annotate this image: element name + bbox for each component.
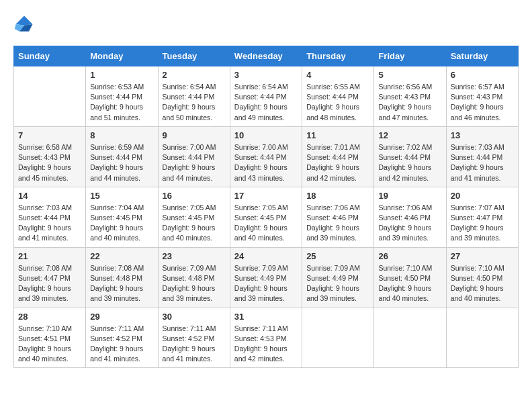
logo: [13, 13, 38, 35]
day-info: Sunrise: 7:08 AMSunset: 4:48 PMDaylight:…: [90, 263, 153, 304]
calendar-day-cell: 24Sunrise: 7:09 AMSunset: 4:49 PMDayligh…: [230, 247, 302, 308]
day-number: 3: [234, 70, 298, 80]
calendar-day-cell: 13Sunrise: 7:03 AMSunset: 4:44 PMDayligh…: [446, 126, 518, 187]
calendar-day-cell: 2Sunrise: 6:54 AMSunset: 4:44 PMDaylight…: [158, 66, 230, 127]
calendar-day-cell: 25Sunrise: 7:09 AMSunset: 4:49 PMDayligh…: [302, 247, 374, 308]
day-info: Sunrise: 7:00 AMSunset: 4:44 PMDaylight:…: [163, 142, 226, 183]
calendar-day-cell: 15Sunrise: 7:04 AMSunset: 4:45 PMDayligh…: [86, 187, 158, 247]
calendar-header: SundayMondayTuesdayWednesdayThursdayFrid…: [14, 46, 519, 66]
day-number: 11: [306, 130, 369, 140]
calendar-day-cell: 27Sunrise: 7:10 AMSunset: 4:50 PMDayligh…: [446, 247, 518, 308]
day-number: 5: [378, 70, 441, 80]
day-info: Sunrise: 6:59 AMSunset: 4:44 PMDaylight:…: [90, 142, 153, 183]
calendar-day-cell: [374, 308, 446, 368]
header-row: SundayMondayTuesdayWednesdayThursdayFrid…: [14, 46, 519, 66]
calendar-day-cell: 31Sunrise: 7:11 AMSunset: 4:53 PMDayligh…: [230, 308, 302, 368]
day-info: Sunrise: 7:11 AMSunset: 4:52 PMDaylight:…: [90, 324, 153, 365]
calendar-weekday-sunday: Sunday: [14, 46, 86, 66]
calendar-week-row: 7Sunrise: 6:58 AMSunset: 4:43 PMDaylight…: [14, 126, 519, 187]
calendar-day-cell: 7Sunrise: 6:58 AMSunset: 4:43 PMDaylight…: [14, 126, 86, 187]
calendar-weekday-saturday: Saturday: [446, 46, 518, 66]
calendar-weekday-tuesday: Tuesday: [158, 46, 230, 66]
day-number: 20: [451, 191, 514, 201]
day-info: Sunrise: 6:56 AMSunset: 4:43 PMDaylight:…: [378, 82, 441, 123]
day-info: Sunrise: 7:09 AMSunset: 4:49 PMDaylight:…: [306, 263, 369, 304]
day-number: 13: [451, 130, 514, 140]
day-info: Sunrise: 7:07 AMSunset: 4:47 PMDaylight:…: [451, 203, 514, 244]
day-number: 8: [90, 130, 153, 140]
calendar-day-cell: 29Sunrise: 7:11 AMSunset: 4:52 PMDayligh…: [86, 308, 158, 368]
day-number: 18: [306, 191, 369, 201]
day-info: Sunrise: 7:04 AMSunset: 4:45 PMDaylight:…: [90, 203, 153, 244]
calendar-day-cell: 28Sunrise: 7:10 AMSunset: 4:51 PMDayligh…: [14, 308, 86, 368]
calendar-day-cell: 8Sunrise: 6:59 AMSunset: 4:44 PMDaylight…: [86, 126, 158, 187]
day-info: Sunrise: 7:09 AMSunset: 4:48 PMDaylight:…: [163, 263, 226, 304]
day-number: 7: [18, 130, 81, 140]
day-number: 17: [234, 191, 298, 201]
calendar-week-row: 28Sunrise: 7:10 AMSunset: 4:51 PMDayligh…: [14, 308, 519, 368]
calendar-day-cell: [14, 66, 86, 127]
day-number: 21: [18, 251, 81, 261]
day-info: Sunrise: 7:08 AMSunset: 4:47 PMDaylight:…: [18, 263, 81, 304]
day-number: 27: [451, 251, 514, 261]
day-number: 1: [90, 70, 153, 80]
calendar-day-cell: 18Sunrise: 7:06 AMSunset: 4:46 PMDayligh…: [302, 187, 374, 247]
calendar-day-cell: 17Sunrise: 7:05 AMSunset: 4:45 PMDayligh…: [230, 187, 302, 247]
day-number: 25: [306, 251, 369, 261]
calendar-day-cell: 21Sunrise: 7:08 AMSunset: 4:47 PMDayligh…: [14, 247, 86, 308]
day-info: Sunrise: 7:11 AMSunset: 4:53 PMDaylight:…: [234, 324, 298, 365]
day-number: 2: [163, 70, 226, 80]
calendar-day-cell: [302, 308, 374, 368]
day-number: 10: [234, 130, 298, 140]
calendar-day-cell: 12Sunrise: 7:02 AMSunset: 4:44 PMDayligh…: [374, 126, 446, 187]
calendar-day-cell: 22Sunrise: 7:08 AMSunset: 4:48 PMDayligh…: [86, 247, 158, 308]
day-number: 16: [163, 191, 226, 201]
calendar-day-cell: 5Sunrise: 6:56 AMSunset: 4:43 PMDaylight…: [374, 66, 446, 127]
day-info: Sunrise: 7:05 AMSunset: 4:45 PMDaylight:…: [163, 203, 226, 244]
calendar-week-row: 1Sunrise: 6:53 AMSunset: 4:44 PMDaylight…: [14, 66, 519, 127]
day-number: 19: [378, 191, 441, 201]
day-info: Sunrise: 7:06 AMSunset: 4:46 PMDaylight:…: [378, 203, 441, 244]
calendar-weekday-monday: Monday: [86, 46, 158, 66]
day-number: 26: [378, 251, 441, 261]
calendar-day-cell: [446, 308, 518, 368]
svg-marker-0: [16, 16, 33, 26]
calendar-day-cell: 6Sunrise: 6:57 AMSunset: 4:43 PMDaylight…: [446, 66, 518, 127]
calendar-week-row: 21Sunrise: 7:08 AMSunset: 4:47 PMDayligh…: [14, 247, 519, 308]
day-info: Sunrise: 6:58 AMSunset: 4:43 PMDaylight:…: [18, 142, 81, 183]
day-number: 29: [90, 312, 153, 322]
day-number: 15: [90, 191, 153, 201]
calendar-day-cell: 4Sunrise: 6:55 AMSunset: 4:44 PMDaylight…: [302, 66, 374, 127]
calendar-day-cell: 11Sunrise: 7:01 AMSunset: 4:44 PMDayligh…: [302, 126, 374, 187]
calendar-day-cell: 9Sunrise: 7:00 AMSunset: 4:44 PMDaylight…: [158, 126, 230, 187]
day-info: Sunrise: 6:57 AMSunset: 4:43 PMDaylight:…: [451, 82, 514, 123]
calendar-day-cell: 30Sunrise: 7:11 AMSunset: 4:52 PMDayligh…: [158, 308, 230, 368]
calendar-day-cell: 14Sunrise: 7:03 AMSunset: 4:44 PMDayligh…: [14, 187, 86, 247]
calendar-body: 1Sunrise: 6:53 AMSunset: 4:44 PMDaylight…: [14, 66, 519, 368]
day-number: 31: [234, 312, 298, 322]
day-info: Sunrise: 7:03 AMSunset: 4:44 PMDaylight:…: [451, 142, 514, 183]
day-number: 14: [18, 191, 81, 201]
day-info: Sunrise: 7:02 AMSunset: 4:44 PMDaylight:…: [378, 142, 441, 183]
day-info: Sunrise: 7:01 AMSunset: 4:44 PMDaylight:…: [306, 142, 369, 183]
day-info: Sunrise: 7:10 AMSunset: 4:50 PMDaylight:…: [378, 263, 441, 304]
page-header: [13, 13, 519, 35]
day-number: 24: [234, 251, 298, 261]
day-number: 4: [306, 70, 369, 80]
day-info: Sunrise: 7:09 AMSunset: 4:49 PMDaylight:…: [234, 263, 298, 304]
calendar-day-cell: 19Sunrise: 7:06 AMSunset: 4:46 PMDayligh…: [374, 187, 446, 247]
day-info: Sunrise: 6:55 AMSunset: 4:44 PMDaylight:…: [306, 82, 369, 123]
calendar-weekday-thursday: Thursday: [302, 46, 374, 66]
day-number: 30: [163, 312, 226, 322]
day-info: Sunrise: 6:54 AMSunset: 4:44 PMDaylight:…: [234, 82, 298, 123]
calendar-day-cell: 1Sunrise: 6:53 AMSunset: 4:44 PMDaylight…: [86, 66, 158, 127]
calendar-day-cell: 10Sunrise: 7:00 AMSunset: 4:44 PMDayligh…: [230, 126, 302, 187]
calendar-table: SundayMondayTuesdayWednesdayThursdayFrid…: [13, 46, 519, 368]
calendar-day-cell: 3Sunrise: 6:54 AMSunset: 4:44 PMDaylight…: [230, 66, 302, 127]
day-number: 22: [90, 251, 153, 261]
calendar-day-cell: 16Sunrise: 7:05 AMSunset: 4:45 PMDayligh…: [158, 187, 230, 247]
day-info: Sunrise: 6:53 AMSunset: 4:44 PMDaylight:…: [90, 82, 153, 123]
day-number: 6: [451, 70, 514, 80]
calendar-week-row: 14Sunrise: 7:03 AMSunset: 4:44 PMDayligh…: [14, 187, 519, 247]
calendar-day-cell: 20Sunrise: 7:07 AMSunset: 4:47 PMDayligh…: [446, 187, 518, 247]
